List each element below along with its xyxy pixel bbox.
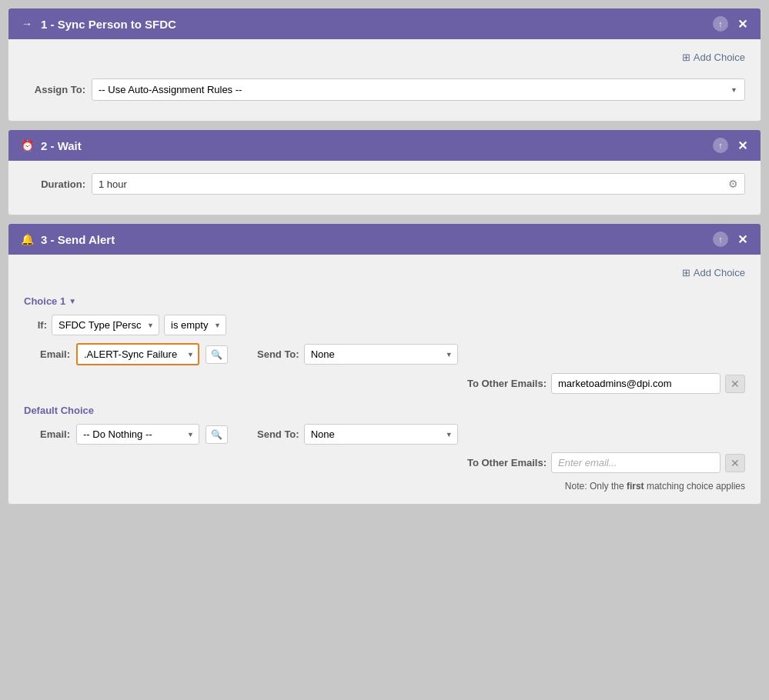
step-3-close-button[interactable]: ✕: [734, 232, 750, 247]
step-3-move-up-button[interactable]: ↑: [713, 232, 728, 247]
step-2-title: 2 - Wait: [41, 139, 82, 152]
step-1-add-choice-button[interactable]: ⊞ Add Choice: [682, 52, 745, 63]
search-icon: 🔍: [211, 349, 222, 360]
wait-icon: ⏰: [19, 138, 35, 153]
step-2-move-up-button[interactable]: ↑: [713, 138, 728, 153]
step-1-title: 1 - Sync Person to SFDC: [41, 18, 176, 31]
choice-1-send-to-group: Send To: None: [257, 344, 458, 365]
step-2-header-left: ⏰ 2 - Wait: [19, 138, 82, 153]
note-label: Note: Only the: [565, 481, 627, 492]
step-1-close-button[interactable]: ✕: [734, 16, 750, 32]
default-email-search-button[interactable]: 🔍: [206, 425, 228, 444]
duration-input-wrapper: 1 hour ⚙: [92, 173, 745, 195]
if-condition-select-wrapper: is empty: [164, 315, 226, 335]
email-label-1: Email:: [32, 348, 70, 360]
step-1-add-choice-label: Add Choice: [694, 52, 745, 63]
step-3-title: 3 - Send Alert: [41, 233, 115, 246]
email-label-default: Email:: [32, 428, 70, 440]
step-1-move-up-button[interactable]: ↑: [713, 16, 728, 32]
step-3-add-choice-button[interactable]: ⊞ Add Choice: [682, 267, 745, 278]
if-field-select[interactable]: SFDC Type [Persc: [52, 315, 159, 335]
choice-1-email-search-button[interactable]: 🔍: [206, 345, 228, 364]
choice-1-other-email-delete-button[interactable]: ✕: [725, 375, 745, 393]
default-other-email-row: To Other Emails: ✕: [32, 452, 745, 473]
step-1-header: → 1 - Sync Person to SFDC ↑ ✕: [8, 8, 761, 39]
assign-to-select[interactable]: -- Use Auto-Assignment Rules --: [92, 78, 745, 101]
assign-to-select-wrapper: -- Use Auto-Assignment Rules --: [92, 78, 745, 101]
duration-label: Duration:: [24, 178, 85, 190]
other-email-label-1: To Other Emails:: [467, 378, 547, 389]
other-email-label-default: To Other Emails:: [467, 457, 547, 468]
duration-value: 1 hour: [99, 178, 728, 190]
choice-1-email-row: Email: .ALERT-Sync Failure 🔍 Send To:: [32, 343, 745, 365]
choice-1-header[interactable]: Choice 1 ▼: [24, 295, 745, 307]
default-choice-label: Default Choice: [24, 405, 94, 416]
step-3-add-choice-icon: ⊞: [682, 267, 690, 278]
default-choice-body: Email: -- Do Nothing -- 🔍 Send To:: [24, 424, 745, 473]
step-1-header-right: ↑ ✕: [713, 16, 750, 32]
default-send-to-select[interactable]: None: [304, 424, 458, 445]
default-email-select-wrapper: -- Do Nothing --: [76, 424, 199, 445]
step-3-block: 🔔 3 - Send Alert ↑ ✕ ⊞ Add Choice Choice…: [8, 223, 761, 505]
step-1-body: ⊞ Add Choice Assign To: -- Use Auto-Assi…: [8, 39, 761, 121]
choice-1-send-to-select-wrapper: None: [304, 344, 458, 365]
step-3-header-left: 🔔 3 - Send Alert: [19, 232, 115, 247]
step-3-header: 🔔 3 - Send Alert ↑ ✕: [8, 224, 761, 255]
default-other-email-input[interactable]: [551, 452, 721, 473]
default-email-select[interactable]: -- Do Nothing --: [76, 424, 199, 445]
note-rest: matching choice applies: [644, 481, 745, 492]
step-3-header-right: ↑ ✕: [713, 232, 750, 247]
step-1-block: → 1 - Sync Person to SFDC ↑ ✕ ⊞ Add Choi…: [8, 8, 761, 122]
choice-1-send-to-select[interactable]: None: [304, 344, 458, 365]
add-choice-icon: ⊞: [682, 52, 690, 63]
default-choice-header: Default Choice: [24, 405, 745, 416]
default-other-email-delete-button[interactable]: ✕: [725, 454, 745, 472]
choice-1-label: Choice 1: [24, 295, 65, 307]
send-to-label-default: Send To:: [257, 428, 299, 440]
choice-1-email-select-wrapper: .ALERT-Sync Failure: [76, 343, 199, 365]
choice-1-body: If: SFDC Type [Persc is empty: [24, 315, 745, 394]
if-field-select-wrapper: SFDC Type [Persc: [52, 315, 159, 335]
step-2-header: ⏰ 2 - Wait ↑ ✕: [8, 130, 761, 161]
step-2-header-right: ↑ ✕: [713, 138, 750, 153]
if-label: If:: [32, 319, 47, 331]
choice-1-other-email-row: To Other Emails: ✕: [32, 373, 745, 394]
choice-1-arrow-icon: ▼: [69, 297, 76, 305]
default-email-row: Email: -- Do Nothing -- 🔍 Send To:: [32, 424, 745, 445]
choice-1-email-select[interactable]: .ALERT-Sync Failure: [76, 343, 199, 365]
note-first-word: first: [627, 481, 644, 492]
step-2-duration-row: Duration: 1 hour ⚙: [24, 173, 745, 195]
step-1-assign-to-row: Assign To: -- Use Auto-Assignment Rules …: [24, 78, 745, 101]
sync-icon: →: [19, 16, 35, 32]
main-container: → 1 - Sync Person to SFDC ↑ ✕ ⊞ Add Choi…: [0, 0, 769, 512]
if-condition-select[interactable]: is empty: [164, 315, 226, 335]
step-3-add-choice-label: Add Choice: [694, 267, 745, 278]
step-2-block: ⏰ 2 - Wait ↑ ✕ Duration: 1 hour ⚙: [8, 129, 761, 215]
default-send-to-group: Send To: None: [257, 424, 458, 445]
step-2-close-button[interactable]: ✕: [734, 138, 750, 153]
default-search-icon: 🔍: [211, 429, 222, 440]
default-send-to-select-wrapper: None: [304, 424, 458, 445]
step-3-body: ⊞ Add Choice Choice 1 ▼ If:: [8, 255, 761, 504]
send-to-label-1: Send To:: [257, 348, 299, 360]
duration-gear-icon[interactable]: ⚙: [728, 178, 738, 190]
alert-icon: 🔔: [19, 232, 35, 247]
step-2-body: Duration: 1 hour ⚙: [8, 161, 761, 215]
step-1-header-left: → 1 - Sync Person to SFDC: [19, 16, 176, 32]
choice-1-other-email-input[interactable]: [551, 373, 721, 394]
choice-1-section: Choice 1 ▼ If: SFDC Type [Persc: [24, 295, 745, 394]
choice-1-if-row: If: SFDC Type [Persc is empty: [32, 315, 745, 335]
note-text: Note: Only the first matching choice app…: [24, 481, 745, 492]
assign-to-label: Assign To:: [24, 84, 85, 95]
default-choice-section: Default Choice Email: -- Do Nothing --: [24, 405, 745, 473]
